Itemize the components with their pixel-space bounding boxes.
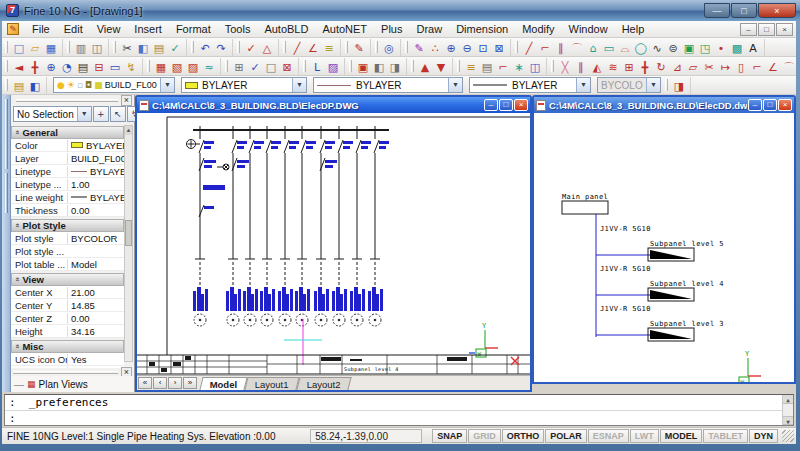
join-icon[interactable]: ⌐ [749, 59, 765, 74]
viewport-icon[interactable]: ▭ [107, 59, 123, 74]
plan-views-item[interactable]: — ▦ Plan Views [11, 376, 134, 392]
command-scrollbar[interactable]: ▲▼ [782, 395, 793, 425]
ellipse-icon[interactable]: ⊜ [665, 40, 681, 55]
property-row[interactable]: Line weightBYLAYER [11, 191, 124, 204]
extend-icon[interactable]: ↦ [717, 59, 733, 74]
palette-scrollbar[interactable]: ▲ [124, 125, 133, 362]
standards-icon[interactable]: ▣ [355, 59, 371, 74]
property-row[interactable]: Height34.16 [11, 325, 124, 338]
format-painter-icon[interactable]: ✓ [167, 40, 183, 55]
minimize-button[interactable]: – [748, 99, 762, 111]
track-points-icon[interactable]: ∴ [427, 40, 443, 55]
minimize-button[interactable]: — [704, 3, 730, 18]
property-row[interactable]: UCS icon OnYes [11, 353, 124, 366]
palette-grip[interactable] [16, 99, 118, 102]
close-button[interactable]: × [758, 3, 796, 18]
polyline-icon[interactable]: ⌐ [537, 40, 553, 55]
move-icon[interactable]: ╋ [637, 59, 653, 74]
minimize-button[interactable]: – [484, 99, 498, 111]
print-icon[interactable]: ▥ [73, 40, 89, 55]
toolbar-grip[interactable] [665, 79, 668, 91]
snap-toggle-icon[interactable]: ⊠ [279, 59, 295, 74]
toggle-snap[interactable]: SNAP [432, 429, 467, 443]
menu-draw[interactable]: Draw [409, 22, 449, 36]
toolbar-grip[interactable] [345, 41, 348, 53]
property-value[interactable]: 0.00 [67, 205, 124, 216]
menu-dimension[interactable]: Dimension [449, 22, 515, 36]
zoom-in-icon[interactable]: ⊕ [443, 40, 459, 55]
layer-previous-icon[interactable]: ◧ [27, 78, 43, 93]
toolbar-grip[interactable] [349, 60, 352, 72]
property-row[interactable]: Center Y14.85 [11, 299, 124, 312]
block-tool-icon[interactable]: ▧ [169, 59, 185, 74]
stretch-icon[interactable]: ▱ [685, 59, 701, 74]
property-value[interactable]: BYLAYER [67, 166, 124, 177]
toolbar-grip[interactable] [551, 60, 554, 72]
toolbar-grip[interactable] [237, 41, 240, 53]
property-value[interactable]: BYLAYER [67, 140, 124, 151]
property-value[interactable]: 21.00 [67, 287, 124, 298]
scrollbar-thumb[interactable] [125, 220, 132, 246]
property-row[interactable]: Center X21.00 [11, 286, 124, 299]
check-icon[interactable]: ✓ [243, 40, 259, 55]
chevron-down-icon[interactable]: ▼ [292, 78, 306, 92]
break-icon[interactable]: ▯ [733, 59, 749, 74]
polygon-icon[interactable]: ⌂ [585, 40, 601, 55]
toolbar-grip[interactable] [147, 60, 150, 72]
mdi-close-button[interactable]: × [776, 23, 793, 36]
mdi-minimize-button[interactable]: – [740, 23, 757, 36]
property-row[interactable]: Plot style ... [11, 245, 124, 258]
chamfer-icon[interactable]: ∠ [765, 59, 781, 74]
cut-icon[interactable]: ✂ [119, 40, 135, 55]
chevron-down-icon[interactable]: ▼ [160, 78, 174, 92]
tab-model[interactable]: Model [199, 377, 248, 390]
undo-icon[interactable]: ↶ [197, 40, 213, 55]
color-combo[interactable]: BYLAYER ▼ [181, 77, 307, 93]
property-value[interactable]: 0.00 [67, 313, 124, 324]
toolbar-grip[interactable] [191, 41, 194, 53]
linetype-combo[interactable]: BYLAYER ▼ [313, 77, 463, 93]
paste-icon[interactable]: ▤ [151, 40, 167, 55]
layer-combo[interactable]: ●☀▫◘■ BUILD_FL001_US ▼ [53, 77, 175, 93]
measure-angle-icon[interactable]: ∠ [305, 40, 321, 55]
menu-insert[interactable]: Insert [127, 22, 169, 36]
bring-to-front-icon[interactable]: ▲ [417, 59, 433, 74]
titlebar[interactable]: 7 Fine 10 NG - [Drawing1] — □ × [0, 0, 800, 21]
scale-icon[interactable]: ⊿ [669, 59, 685, 74]
ortho-toggle-icon[interactable]: □ [263, 59, 279, 74]
ucs-world-icon[interactable]: ▨ [325, 59, 341, 74]
print-preview-icon[interactable]: ◫ [89, 40, 105, 55]
tool-palettes-icon[interactable]: ◨ [387, 59, 403, 74]
tab-nav-last-icon[interactable]: » [183, 377, 197, 389]
command-input-line[interactable]: : [5, 410, 793, 425]
mdi-restore-button[interactable]: □ [758, 23, 775, 36]
copy-object-icon[interactable]: ∥ [573, 59, 589, 74]
layer-color-icon[interactable]: ■ [94, 78, 103, 92]
toolbar-grip[interactable] [303, 60, 306, 72]
text-icon[interactable]: A [745, 40, 761, 55]
maximize-button[interactable]: □ [499, 99, 513, 111]
property-value[interactable]: 14.85 [67, 300, 124, 311]
open-file-icon[interactable]: ▱ [27, 40, 43, 55]
zoom-extents-icon[interactable]: ⊠ [491, 40, 507, 55]
selection-combo[interactable]: No Selection ▼ [13, 106, 92, 122]
rotate-icon[interactable]: ↻ [653, 59, 669, 74]
trim-icon[interactable]: ✂ [701, 59, 717, 74]
command-window[interactable]: : _preferences : ▲▼ [4, 394, 794, 426]
toggle-polar[interactable]: POLAR [545, 429, 587, 443]
property-row[interactable]: Linetype ...1.00 [11, 178, 124, 191]
chevron-down-icon[interactable]: ▼ [448, 78, 462, 92]
make-object-layer-current-icon[interactable]: ◨ [671, 78, 687, 93]
save-file-icon[interactable]: ▦ [43, 40, 59, 55]
layer-off-icon[interactable]: ◫ [527, 59, 543, 74]
measure-distance-icon[interactable]: ╱ [289, 40, 305, 55]
property-row[interactable]: ColorBYLAYER [11, 139, 124, 152]
create-group-button[interactable]: + [93, 106, 109, 122]
rectangle-icon[interactable]: ▭ [601, 40, 617, 55]
sun-icon[interactable]: ☀ [67, 78, 75, 92]
fillet-icon[interactable]: ⌒ [781, 59, 796, 74]
freeze-icon[interactable]: ▫ [77, 78, 83, 92]
menu-autonet[interactable]: AutoNET [315, 22, 374, 36]
select-entities-button[interactable]: ↖ [110, 106, 126, 122]
menu-edit[interactable]: Edit [57, 22, 90, 36]
